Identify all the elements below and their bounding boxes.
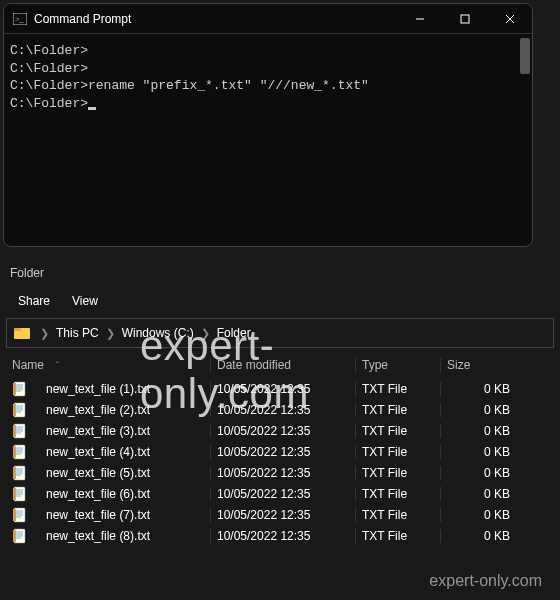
table-row[interactable]: new_text_file (8).txt10/05/2022 12:35TXT… (10, 525, 550, 546)
cmd-prompt-line: C:\Folder> (10, 95, 526, 113)
svg-point-81 (14, 512, 15, 513)
svg-point-60 (14, 472, 15, 473)
svg-point-80 (14, 510, 15, 511)
breadcrumb-segment[interactable]: Windows (C:) (118, 326, 198, 340)
svg-point-84 (14, 518, 15, 519)
file-date: 10/05/2022 12:35 (210, 445, 355, 459)
cmd-body[interactable]: C:\Folder> C:\Folder> C:\Folder>rename "… (4, 34, 532, 246)
chevron-right-icon[interactable]: ❯ (103, 327, 118, 340)
table-row[interactable]: new_text_file (4).txt10/05/2022 12:35TXT… (10, 441, 550, 462)
file-size: 0 KB (440, 466, 530, 480)
drive-icon (13, 325, 33, 341)
cmd-line: C:\Folder> (10, 60, 526, 78)
table-row[interactable]: new_text_file (2).txt10/05/2022 12:35TXT… (10, 399, 550, 420)
explorer-header: Folder (0, 260, 560, 286)
svg-point-51 (14, 455, 15, 456)
maximize-button[interactable] (442, 4, 487, 34)
svg-point-40 (14, 434, 15, 435)
svg-point-61 (14, 474, 15, 475)
svg-point-94 (14, 537, 15, 538)
svg-point-72 (14, 495, 15, 496)
minimize-button[interactable] (397, 4, 442, 34)
breadcrumb[interactable]: ❯ This PC ❯ Windows (C:) ❯ Folder (6, 318, 554, 348)
file-type: TXT File (355, 466, 440, 480)
file-size: 0 KB (440, 487, 530, 501)
file-name: new_text_file (8).txt (46, 529, 150, 543)
file-table: Name ˇ Date modified Type Size new_text_… (0, 352, 560, 546)
table-row[interactable]: new_text_file (6).txt10/05/2022 12:35TXT… (10, 483, 550, 504)
svg-text:>_: >_ (15, 15, 25, 24)
file-name: new_text_file (5).txt (46, 466, 150, 480)
file-name: new_text_file (6).txt (46, 487, 150, 501)
table-row[interactable]: new_text_file (5).txt10/05/2022 12:35TXT… (10, 462, 550, 483)
file-type: TXT File (355, 403, 440, 417)
file-name: new_text_file (2).txt (46, 403, 150, 417)
file-date: 10/05/2022 12:35 (210, 529, 355, 543)
chevron-right-icon[interactable]: ❯ (198, 327, 213, 340)
svg-point-83 (14, 516, 15, 517)
svg-point-71 (14, 493, 15, 494)
breadcrumb-segment[interactable]: Folder (213, 326, 255, 340)
svg-rect-7 (14, 328, 21, 331)
svg-point-25 (14, 405, 15, 406)
svg-point-27 (14, 409, 15, 410)
file-date: 10/05/2022 12:35 (210, 508, 355, 522)
svg-point-49 (14, 451, 15, 452)
file-name: new_text_file (4).txt (46, 445, 150, 459)
command-prompt-window: >_ Command Prompt C:\Folder> C:\Folder> … (3, 3, 533, 247)
svg-point-17 (14, 390, 15, 391)
svg-point-39 (14, 432, 15, 433)
file-date: 10/05/2022 12:35 (210, 403, 355, 417)
cursor (88, 107, 96, 110)
file-size: 0 KB (440, 445, 530, 459)
svg-rect-3 (461, 15, 469, 23)
cmd-titlebar[interactable]: >_ Command Prompt (4, 4, 532, 34)
sort-caret-icon: ˇ (56, 360, 59, 370)
file-name: new_text_file (3).txt (46, 424, 150, 438)
file-type: TXT File (355, 529, 440, 543)
window-buttons (397, 4, 532, 33)
table-row[interactable]: new_text_file (3).txt10/05/2022 12:35TXT… (10, 420, 550, 441)
svg-point-48 (14, 449, 15, 450)
file-type: TXT File (355, 382, 440, 396)
svg-point-14 (14, 384, 15, 385)
column-name[interactable]: Name ˇ (10, 358, 210, 372)
txt-file-icon (12, 381, 28, 397)
explorer-menu: Share View (0, 286, 560, 316)
svg-point-28 (14, 411, 15, 412)
table-row[interactable]: new_text_file (7).txt10/05/2022 12:35TXT… (10, 504, 550, 525)
txt-file-icon (12, 465, 28, 481)
close-button[interactable] (487, 4, 532, 34)
menu-view[interactable]: View (72, 294, 98, 308)
column-date[interactable]: Date modified (210, 358, 355, 372)
breadcrumb-segment[interactable]: This PC (52, 326, 103, 340)
cmd-scrollbar[interactable] (520, 38, 530, 74)
svg-point-95 (14, 539, 15, 540)
file-size: 0 KB (440, 382, 530, 396)
menu-share[interactable]: Share (18, 294, 50, 308)
column-size[interactable]: Size (440, 358, 530, 372)
txt-file-icon (12, 486, 28, 502)
txt-file-icon (12, 444, 28, 460)
column-type[interactable]: Type (355, 358, 440, 372)
txt-file-icon (12, 507, 28, 523)
svg-point-69 (14, 489, 15, 490)
file-name: new_text_file (1).txt (46, 382, 150, 396)
svg-point-16 (14, 388, 15, 389)
file-date: 10/05/2022 12:35 (210, 466, 355, 480)
file-size: 0 KB (440, 508, 530, 522)
file-type: TXT File (355, 445, 440, 459)
svg-point-73 (14, 497, 15, 498)
chevron-right-icon[interactable]: ❯ (37, 327, 52, 340)
svg-point-18 (14, 392, 15, 393)
table-row[interactable]: new_text_file (1).txt10/05/2022 12:35TXT… (10, 378, 550, 399)
file-type: TXT File (355, 508, 440, 522)
svg-point-38 (14, 430, 15, 431)
svg-point-92 (14, 533, 15, 534)
svg-point-47 (14, 447, 15, 448)
txt-file-icon (12, 423, 28, 439)
cmd-icon: >_ (12, 11, 28, 27)
txt-file-icon (12, 402, 28, 418)
cmd-title: Command Prompt (34, 12, 397, 26)
txt-file-icon (12, 528, 28, 544)
